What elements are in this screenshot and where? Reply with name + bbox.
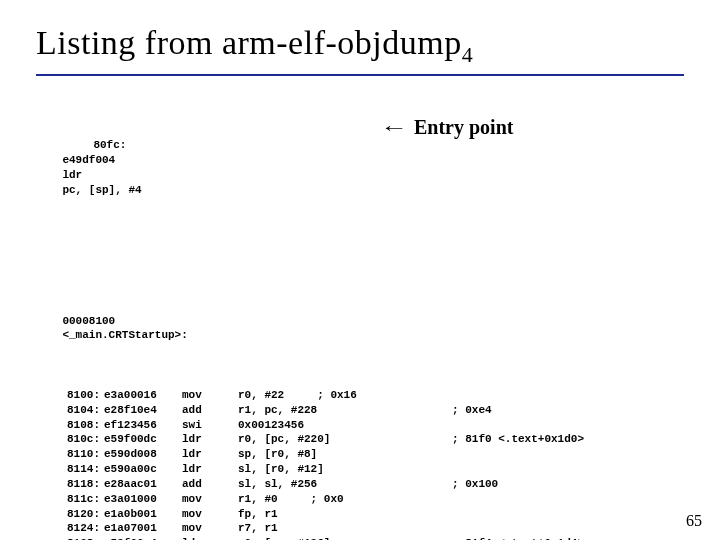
listing-row: 8104:e28f10e4addr1, pc, #228; 0xe4 [36,403,684,418]
mnemonic: mov [182,507,238,522]
listing-row: 811c:e3a01000movr1, #0 ; 0x0 [36,492,684,507]
hex: e1a07001 [104,521,182,536]
addr: 8128: [36,536,104,540]
hex: e590d008 [104,447,182,462]
operands: sl, [r0, #12] [238,462,452,477]
hex: e59f00dc [104,432,182,447]
hex: e3a00016 [104,388,182,403]
mnemonic: ldr [182,536,238,540]
operands: r0, [pc, #196] [238,536,452,540]
addr: 8104: [36,403,104,418]
listing-row: 8110:e590d008ldrsp, [r0, #8] [36,447,684,462]
hex: e1a0b001 [104,507,182,522]
mnemonic: ldr [182,447,238,462]
addr: 810c: [36,432,104,447]
title-subscript: 4 [462,42,474,67]
operands: pc, [sp], #4 [62,183,276,198]
operands: r0, [pc, #220] [238,432,452,447]
mnemonic: mov [182,388,238,403]
mnemonic: mov [182,492,238,507]
mnemonic: swi [182,418,238,433]
comment: ; 0xe4 [452,403,492,418]
entry-point-annotation: ←Entry point [380,116,513,139]
operands: r1, pc, #228 [238,403,452,418]
mnemonic: mov [182,521,238,536]
addr: 811c: [36,492,104,507]
symbol-address: 00008100 [62,314,130,329]
listing-row: 8118:e28aac01addsl, sl, #256; 0x100 [36,477,684,492]
listing-row: 8100:e3a00016movr0, #22 ; 0x16 [36,388,684,403]
symbol-label: <_main.CRTStartup>: [62,328,187,343]
left-arrow-icon: ← [380,116,408,139]
addr: 8100: [36,388,104,403]
comment: ; 0x100 [452,477,498,492]
hex: e3a01000 [104,492,182,507]
listing-row: 8120:e1a0b001movfp, r1 [36,507,684,522]
instruction-rows: 8100:e3a00016movr0, #22 ; 0x168104:e28f1… [36,388,684,540]
operands: sl, sl, #256 [238,477,452,492]
hex: e590a00c [104,462,182,477]
comment: ; 81f4 <.text+0x1d4> [452,536,584,540]
hex: e28aac01 [104,477,182,492]
hex: e28f10e4 [104,403,182,418]
listing-row: 80fc: e49df004 ldr pc, [sp], #4 [36,123,684,227]
listing-row: 8108:ef123456swi0x00123456 [36,418,684,433]
addr: 8108: [36,418,104,433]
addr: 8118: [36,477,104,492]
listing-row: 8124:e1a07001movr7, r1 [36,521,684,536]
addr: 8114: [36,462,104,477]
addr: 80fc: [62,138,130,153]
addr: 8124: [36,521,104,536]
operands: r0, #22 ; 0x16 [238,388,452,403]
hex: ef123456 [104,418,182,433]
mnemonic: add [182,477,238,492]
mnemonic: ldr [182,462,238,477]
listing-row: 8128:e59f00c4ldrr0, [pc, #196]; 81f4 <.t… [36,536,684,540]
hex: e59f00c4 [104,536,182,540]
annotation-text: Entry point [414,116,513,138]
listing-row: 810c:e59f00dcldrr0, [pc, #220]; 81f0 <.t… [36,432,684,447]
operands: 0x00123456 [238,418,452,433]
page-number: 65 [686,512,702,530]
operands: fp, r1 [238,507,452,522]
operands: r1, #0 ; 0x0 [238,492,452,507]
mnemonic: add [182,403,238,418]
comment: ; 81f0 <.text+0x1d0> [452,432,584,447]
listing-row: 8114:e590a00cldrsl, [r0, #12] [36,462,684,477]
symbol-row: 00008100 <_main.CRTStartup>: [36,299,684,358]
operands: sp, [r0, #8] [238,447,452,462]
mnemonic: ldr [62,168,118,183]
disassembly-listing: 80fc: e49df004 ldr pc, [sp], #4 00008100… [36,94,684,540]
title-text: Listing from arm-elf-objdump [36,24,462,61]
addr: 8110: [36,447,104,462]
operands: r7, r1 [238,521,452,536]
mnemonic: ldr [182,432,238,447]
page-title: Listing from arm-elf-objdump4 [36,24,684,76]
hex: e49df004 [62,153,140,168]
spacer [36,257,684,269]
addr: 8120: [36,507,104,522]
